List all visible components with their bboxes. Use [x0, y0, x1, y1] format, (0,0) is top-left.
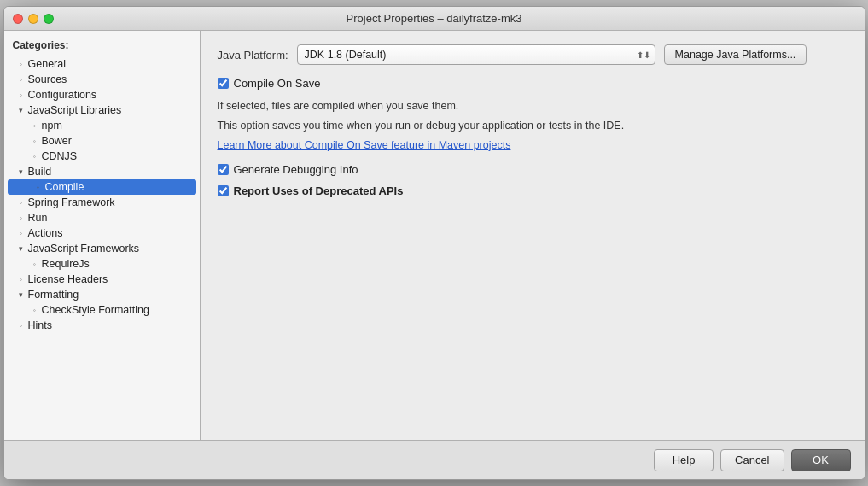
bullet-icon: ◦ — [30, 151, 40, 161]
sidebar-item-label: CheckStyle Formatting — [42, 304, 149, 316]
content-area: Categories: ◦ General ◦ Sources ◦ Config… — [4, 31, 865, 440]
compile-on-save-label: Compile On Save — [234, 77, 321, 90]
help-button[interactable]: Help — [654, 449, 714, 471]
generate-debug-checkbox[interactable] — [218, 164, 229, 175]
disclosure-icon: ▾ — [16, 290, 26, 300]
sidebar-item-actions[interactable]: ◦ Actions — [4, 225, 200, 241]
sidebar-item-label: Spring Framework — [28, 196, 115, 208]
sidebar-item-configurations[interactable]: ◦ Configurations — [4, 87, 200, 102]
sidebar-item-label: Hints — [28, 319, 52, 331]
desc-line2: This option saves you time when you run … — [218, 118, 848, 134]
cancel-button[interactable]: Cancel — [720, 449, 784, 471]
disclosure-icon: ▾ — [16, 167, 26, 177]
bullet-icon: ◦ — [16, 90, 26, 100]
title-bar: Project Properties – dailyfratze-mk3 — [4, 7, 865, 31]
sidebar-item-compile[interactable]: ◦ Compile — [8, 179, 196, 195]
bullet-icon: ◦ — [16, 228, 26, 238]
sidebar-item-label: Build — [28, 166, 52, 178]
sidebar-item-label: JavaScript Libraries — [28, 104, 122, 116]
sidebar-item-formatting[interactable]: ▾ Formatting — [4, 287, 200, 302]
desc-line1: If selected, files are compiled when you… — [218, 98, 848, 114]
generate-debug-row: Generate Debugging Info — [218, 163, 848, 176]
sidebar-item-label: JavaScript Frameworks — [28, 243, 140, 255]
bullet-icon: ◦ — [33, 182, 44, 192]
sidebar-item-label: RequireJs — [42, 258, 90, 270]
disclosure-icon: ▾ — [16, 105, 26, 115]
compile-on-save-row: Compile On Save — [218, 77, 848, 90]
sidebar-item-label: License Headers — [28, 273, 108, 285]
sidebar-item-label: General — [28, 58, 66, 70]
platform-label: Java Platform: — [218, 49, 288, 61]
window-title: Project Properties – dailyfratze-mk3 — [347, 12, 522, 25]
platform-select-wrapper: JDK 1.8 (Default) ⬆⬇ — [297, 44, 655, 65]
bullet-icon: ◦ — [16, 197, 26, 208]
sidebar-item-sources[interactable]: ◦ Sources — [4, 72, 200, 87]
java-platform-row: Java Platform: JDK 1.8 (Default) ⬆⬇ Mana… — [218, 44, 848, 65]
categories-header: Categories: — [4, 36, 200, 56]
bullet-icon: ◦ — [16, 213, 26, 223]
sidebar-item-javascript-libraries[interactable]: ▾ JavaScript Libraries — [4, 102, 200, 118]
bullet-icon: ◦ — [30, 120, 40, 131]
platform-select[interactable]: JDK 1.8 (Default) — [297, 44, 655, 65]
deprecated-apis-row: Report Uses of Deprecated APIs — [218, 184, 848, 197]
project-properties-window: Project Properties – dailyfratze-mk3 Cat… — [3, 6, 865, 480]
main-panel: Java Platform: JDK 1.8 (Default) ⬆⬇ Mana… — [201, 31, 865, 440]
deprecated-apis-label: Report Uses of Deprecated APIs — [234, 184, 404, 197]
bullet-icon: ◦ — [16, 59, 26, 69]
sidebar-item-cdnjs[interactable]: ◦ CDNJS — [4, 149, 200, 164]
sidebar-item-spring-framework[interactable]: ◦ Spring Framework — [4, 195, 200, 210]
sidebar-item-requirejs[interactable]: ◦ RequireJs — [4, 256, 200, 272]
bullet-icon: ◦ — [16, 320, 26, 331]
sidebar-item-label: Compile — [45, 181, 84, 193]
footer: Help Cancel OK — [4, 440, 865, 479]
sidebar-item-label: Sources — [28, 73, 67, 85]
sidebar-item-run[interactable]: ◦ Run — [4, 210, 200, 225]
disclosure-icon: ▾ — [16, 243, 26, 254]
bullet-icon: ◦ — [16, 74, 26, 85]
sidebar-item-label: npm — [42, 120, 62, 132]
compile-on-save-checkbox[interactable] — [218, 78, 229, 89]
sidebar-item-checkstyle-formatting[interactable]: ◦ CheckStyle Formatting — [4, 302, 200, 318]
ok-button[interactable]: OK — [791, 449, 851, 471]
categories-sidebar: Categories: ◦ General ◦ Sources ◦ Config… — [4, 31, 201, 440]
deprecated-apis-checkbox[interactable] — [218, 185, 229, 196]
sidebar-item-label: Formatting — [28, 289, 79, 301]
sidebar-item-license-headers[interactable]: ◦ License Headers — [4, 272, 200, 287]
close-button[interactable] — [13, 14, 23, 24]
window-controls — [13, 14, 54, 24]
sidebar-item-label: Bower — [42, 135, 72, 147]
sidebar-item-hints[interactable]: ◦ Hints — [4, 318, 200, 333]
bullet-icon: ◦ — [16, 274, 26, 284]
bullet-icon: ◦ — [30, 259, 40, 269]
sidebar-item-bower[interactable]: ◦ Bower — [4, 133, 200, 149]
manage-java-platforms-button[interactable]: Manage Java Platforms... — [664, 44, 807, 65]
bullet-icon: ◦ — [30, 305, 40, 315]
sidebar-item-label: Run — [28, 212, 48, 224]
bullet-icon: ◦ — [30, 136, 40, 146]
sidebar-item-javascript-frameworks[interactable]: ▾ JavaScript Frameworks — [4, 241, 200, 256]
sidebar-item-label: Actions — [28, 227, 63, 239]
maximize-button[interactable] — [44, 14, 54, 24]
sidebar-item-npm[interactable]: ◦ npm — [4, 118, 200, 133]
learn-more-link[interactable]: Learn More about Compile On Save feature… — [218, 139, 848, 151]
minimize-button[interactable] — [28, 14, 38, 24]
sidebar-item-label: Configurations — [28, 89, 97, 101]
sidebar-item-label: CDNJS — [42, 150, 78, 162]
sidebar-item-general[interactable]: ◦ General — [4, 56, 200, 72]
generate-debug-label: Generate Debugging Info — [234, 163, 358, 176]
sidebar-item-build[interactable]: ▾ Build — [4, 164, 200, 179]
